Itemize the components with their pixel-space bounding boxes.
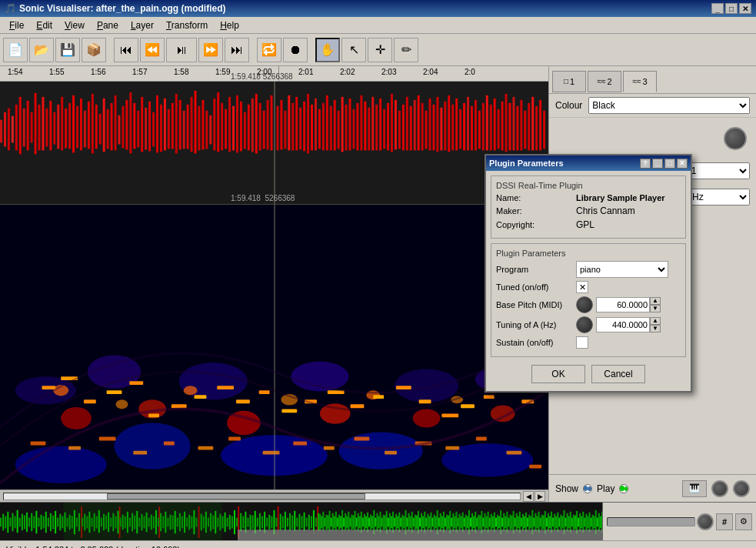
layer-tab-2[interactable]: ≈≈ 2 [588,71,621,92]
svg-rect-491 [543,516,545,530]
scroll-left[interactable]: ◀ [523,491,534,502]
dropdown-2[interactable]: Hz [688,189,750,206]
scroll-right[interactable]: ▶ [535,491,545,502]
select-tool-button[interactable]: ↖ [341,38,366,62]
close-button[interactable]: ✕ [739,3,751,14]
svg-rect-479 [524,516,525,529]
svg-rect-394 [389,513,391,532]
svg-rect-174 [148,413,159,417]
scroll-arrows[interactable]: ◀ ▶ [523,491,545,502]
record-button[interactable]: ⏺ [283,38,308,62]
svg-rect-518 [585,514,587,531]
svg-rect-206 [476,437,487,441]
param-select-2[interactable]: Hz [688,189,750,206]
tuned-checkbox[interactable]: ✕ [576,281,588,293]
cancel-button[interactable]: Cancel [591,365,645,383]
dialog-close-button[interactable]: ✕ [677,159,688,169]
dialog-maximize-button[interactable]: □ [664,159,675,169]
minimize-button[interactable]: _ [711,3,724,14]
svg-rect-105 [395,100,397,150]
draw-tool-button[interactable]: ✏ [394,38,418,62]
sustain-checkbox[interactable] [576,336,588,349]
tick-11: 2:0 [465,68,475,76]
h-scrollbar[interactable]: ◀ ▶ [0,490,548,502]
svg-rect-114 [429,99,431,151]
dialog-window-buttons: ? _ □ ✕ [640,159,688,169]
tuning-input[interactable]: 440.0000 [596,317,650,332]
base-pitch-down[interactable]: ▼ [650,305,661,312]
svg-point-147 [115,423,191,469]
base-pitch-input[interactable]: 60.0000 [596,297,650,312]
play-pause-button[interactable]: ⏯ [166,38,197,62]
svg-rect-200 [293,442,307,446]
knob-3[interactable] [733,480,750,497]
show-radio[interactable] [583,484,592,493]
open-button[interactable]: 📂 [29,38,54,62]
knob-2[interactable] [711,480,728,497]
svg-rect-136 [512,97,515,151]
menu-edit[interactable]: Edit [30,18,58,32]
midi-button[interactable]: 🎹 [682,480,707,497]
ok-button[interactable]: OK [531,365,585,383]
save-button[interactable]: 💾 [55,38,80,62]
next-button[interactable]: ⏩ [198,38,223,62]
svg-rect-446 [471,513,473,532]
waveform-panel[interactable]: 1:59.418 5266368 [0,82,548,205]
svg-rect-120 [451,105,454,151]
menu-layer[interactable]: Layer [125,18,160,32]
hash-button[interactable]: # [716,513,733,530]
tuning-knob[interactable] [576,316,593,333]
svg-rect-19 [68,103,71,149]
svg-rect-353 [324,518,325,527]
svg-rect-467 [505,516,506,529]
layer-tab-3[interactable]: ≈≈ 3 [623,71,657,92]
svg-rect-519 [587,516,588,529]
menu-help[interactable]: Help [214,18,245,32]
svg-rect-217 [15,516,16,529]
program-select[interactable]: piano organ strings [576,261,668,278]
base-pitch-knob[interactable] [576,296,593,313]
dialog-minimize-button[interactable]: _ [652,159,663,169]
svg-rect-237 [62,516,63,529]
tuning-down[interactable]: ▼ [650,325,661,332]
tuning-up[interactable]: ▲ [650,317,661,325]
layer-tab-1[interactable]: □ 1 [552,71,586,92]
rewind-button[interactable]: ⏮ [114,38,138,62]
navigate-tool-button[interactable]: ✋ [315,38,340,62]
base-pitch-up[interactable]: ▲ [650,297,661,305]
svg-rect-35 [129,92,132,154]
overview-scrollbar[interactable] [607,517,695,526]
svg-rect-338 [291,516,293,530]
svg-rect-326 [261,516,263,529]
plugin-dialog: Plugin Parameters ? _ □ ✕ DSSI Real-Time… [485,154,692,393]
fast-forward-button[interactable]: ⏭ [225,38,249,62]
svg-rect-525 [597,518,598,527]
svg-rect-400 [398,513,400,532]
svg-rect-496 [551,512,552,533]
svg-rect-529 [63,503,221,540]
overview-waveform[interactable] [0,503,602,540]
spectrogram-panel[interactable]: 1:59.418 5266368 ◀ ▶ [0,205,548,502]
loop-button[interactable]: 🔁 [257,38,281,62]
scroll-track[interactable] [3,493,521,500]
svg-rect-133 [501,102,504,151]
settings-button[interactable]: ⚙ [735,513,752,530]
scroll-thumb[interactable] [107,493,365,500]
base-pitch-row: Base Pitch (MIDI) 60.0000 ▲ ▼ [496,296,681,313]
export-button[interactable]: 📦 [82,38,106,62]
play-radio[interactable] [619,484,628,493]
maximize-button[interactable]: □ [725,3,738,14]
menu-transform[interactable]: Transform [160,18,214,32]
menu-pane[interactable]: Pane [91,18,125,32]
new-button[interactable]: 📄 [3,38,28,62]
svg-rect-360 [335,512,337,533]
prev-button[interactable]: ⏪ [140,38,165,62]
menu-file[interactable]: File [3,18,30,32]
move-tool-button[interactable]: ✛ [368,38,392,62]
colour-select[interactable]: Black White Red Blue [588,97,750,114]
menu-view[interactable]: View [58,18,91,32]
dialog-help-button[interactable]: ? [640,159,651,169]
overview-knob-1[interactable] [697,513,714,530]
svg-rect-330 [271,516,272,529]
knob-1[interactable] [724,127,747,150]
